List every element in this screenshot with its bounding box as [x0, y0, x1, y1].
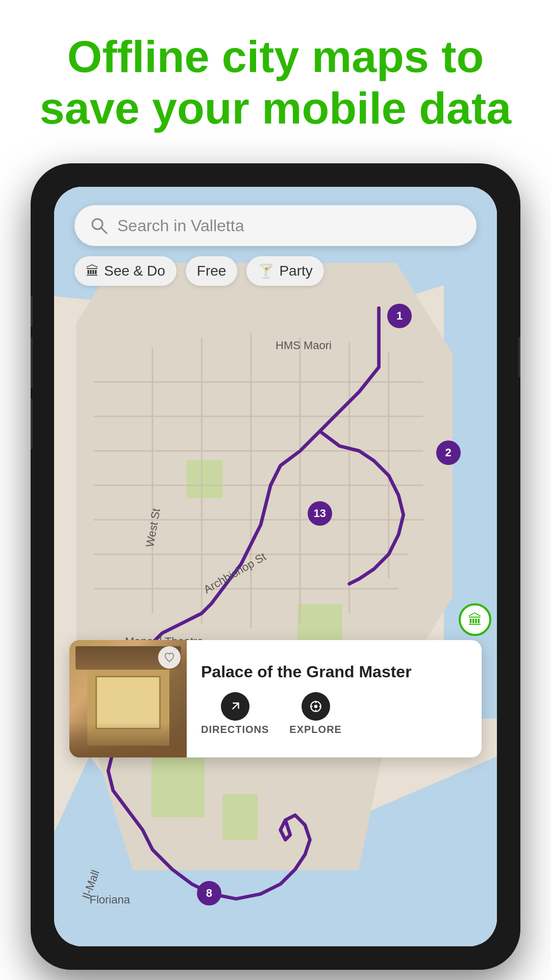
header-title: Offline city maps to save your mobile da…: [31, 31, 520, 134]
label-floriana: Floriana: [89, 893, 130, 906]
directions-label: DIRECTIONS: [201, 724, 269, 736]
street-grid: [54, 187, 497, 946]
power-button: [518, 337, 520, 378]
explore-icon: [302, 692, 330, 721]
phone-inner: HMS Maori West St Archbishop St Manoel T…: [40, 173, 511, 961]
volume-up-button: [31, 337, 33, 388]
route-marker-1: 1: [387, 304, 412, 328]
filter-chips: 🏛 See & Do Free 🍸 Party: [74, 256, 324, 286]
volume-down-button: [31, 398, 33, 449]
card-content: Palace of the Grand Master DIRECTIONS: [187, 652, 482, 745]
silent-button: [31, 296, 33, 327]
route-marker-8: 8: [197, 881, 221, 905]
svg-line-14: [101, 228, 107, 233]
card-image: [69, 640, 187, 757]
phone-frame: HMS Maori West St Archbishop St Manoel T…: [31, 163, 520, 970]
search-bar[interactable]: Search in Valletta: [74, 205, 477, 246]
party-icon: 🍸: [258, 263, 274, 279]
phone-screen: HMS Maori West St Archbishop St Manoel T…: [54, 187, 497, 946]
info-card: Palace of the Grand Master DIRECTIONS: [69, 640, 482, 757]
favorite-button[interactable]: [158, 646, 181, 669]
chip-party[interactable]: 🍸 Party: [246, 256, 323, 286]
svg-point-16: [314, 704, 317, 708]
see-do-icon: 🏛: [86, 263, 99, 279]
chip-see-do[interactable]: 🏛 See & Do: [74, 256, 177, 286]
app-header: Offline city maps to save your mobile da…: [0, 0, 551, 154]
search-placeholder-text: Search in Valletta: [117, 216, 244, 235]
museum-marker: 🏛: [459, 603, 491, 636]
image-shadow: [69, 722, 187, 757]
map-area: HMS Maori West St Archbishop St Manoel T…: [54, 187, 497, 946]
search-icon: [90, 216, 108, 235]
card-actions: DIRECTIONS: [201, 692, 467, 736]
explore-action[interactable]: EXPLORE: [289, 692, 342, 736]
label-hms-maori: HMS Maori: [276, 339, 332, 352]
route-marker-13: 13: [308, 501, 332, 526]
route-marker-2: 2: [436, 440, 461, 465]
explore-label: EXPLORE: [289, 724, 342, 736]
directions-icon: [221, 692, 249, 721]
directions-action[interactable]: DIRECTIONS: [201, 692, 269, 736]
chip-free[interactable]: Free: [186, 256, 238, 286]
card-title: Palace of the Grand Master: [201, 662, 467, 681]
